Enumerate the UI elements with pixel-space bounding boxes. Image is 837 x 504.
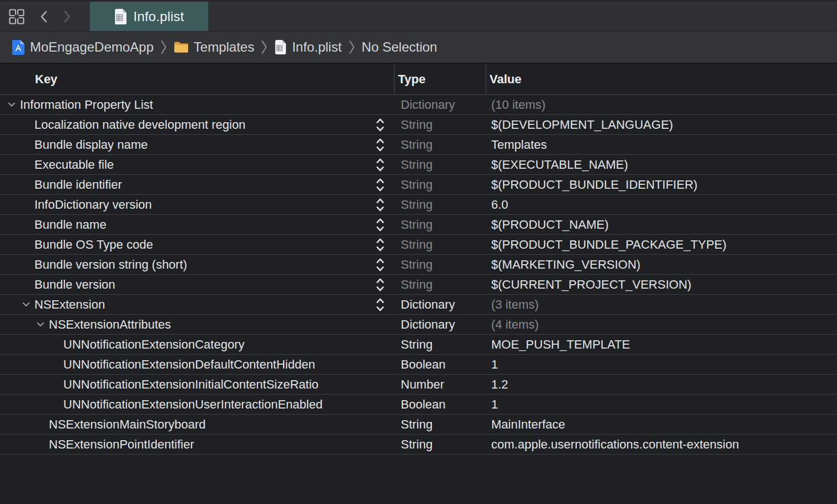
type-cell[interactable]: String [394, 235, 486, 254]
key-cell: InfoDictionary version [0, 195, 394, 214]
type-cell[interactable]: String [394, 155, 486, 174]
value-cell[interactable]: 1.2 [486, 375, 837, 394]
navigation-controls [0, 2, 90, 31]
key-label: InfoDictionary version [34, 198, 152, 212]
plist-row[interactable]: NSExtensionPointIdentifier String com.ap… [0, 435, 837, 455]
value-cell[interactable]: 6.0 [486, 195, 837, 214]
back-icon[interactable] [39, 10, 48, 23]
value-cell[interactable]: $(EXECUTABLE_NAME) [486, 155, 837, 174]
plist-row[interactable]: UNNotificationExtensionDefaultContentHid… [0, 355, 837, 375]
type-cell[interactable]: Boolean [394, 395, 486, 414]
type-cell[interactable]: String [394, 335, 486, 354]
stepper-icon[interactable] [376, 118, 384, 132]
forward-icon[interactable] [63, 10, 72, 23]
stepper-icon[interactable] [376, 258, 384, 271]
disclosure-chevron-icon[interactable] [37, 322, 49, 327]
value-cell[interactable]: MOE_PUSH_TEMPLATE [486, 335, 837, 354]
value-cell[interactable]: $(DEVELOPMENT_LANGUAGE) [486, 115, 837, 134]
value-cell[interactable]: $(PRODUCT_NAME) [486, 215, 837, 234]
value-cell[interactable]: $(CURRENT_PROJECT_VERSION) [486, 275, 837, 294]
key-cell: Executable file [0, 155, 394, 174]
breadcrumb-item[interactable]: No Selection [362, 39, 437, 55]
type-cell[interactable]: Dictionary [394, 315, 486, 334]
type-cell[interactable]: String [394, 275, 486, 294]
stepper-icon[interactable] [376, 138, 384, 152]
value-cell[interactable]: $(PRODUCT_BUNDLE_IDENTIFIER) [486, 175, 837, 194]
breadcrumb-item[interactable]: Info.plist [274, 39, 341, 55]
value-cell[interactable]: (3 items) [486, 295, 837, 314]
plist-row[interactable]: Bundle OS Type code String $(PRODUCT_BUN… [0, 235, 837, 255]
type-cell[interactable]: String [394, 435, 486, 454]
stepper-icon[interactable] [376, 278, 384, 291]
tab-overview-icon[interactable] [8, 8, 25, 25]
type-cell[interactable]: String [394, 195, 486, 214]
value-cell[interactable]: MainInterface [486, 415, 837, 434]
stepper-icon[interactable] [376, 198, 384, 211]
breadcrumb-item[interactable]: MoEngageDemoApp [12, 39, 154, 56]
stepper-icon[interactable] [376, 218, 384, 231]
key-label: Bundle OS Type code [34, 238, 153, 252]
type-cell[interactable]: String [394, 175, 486, 194]
type-cell[interactable]: Boolean [394, 355, 486, 374]
type-cell[interactable]: String [394, 115, 486, 134]
key-label: Information Property List [20, 98, 153, 112]
key-cell: Bundle identifier [0, 175, 394, 194]
value-cell[interactable]: 1 [486, 395, 837, 414]
value-cell[interactable]: 1 [486, 355, 837, 374]
key-cell: UNNotificationExtensionCategory [0, 335, 394, 354]
plist-rows: Information Property List Dictionary (10… [0, 95, 837, 504]
key-cell: Bundle OS Type code [0, 235, 394, 254]
plist-row[interactable]: Bundle version string (short) String $(M… [0, 255, 837, 275]
stepper-icon[interactable] [376, 178, 384, 191]
plist-row[interactable]: UNNotificationExtensionCategory String M… [0, 335, 837, 355]
breadcrumb-item[interactable]: Templates [174, 39, 254, 55]
plist-row[interactable]: Bundle display name String Templates [0, 135, 837, 155]
key-label: Bundle name [34, 218, 107, 232]
type-cell[interactable]: Dictionary [394, 295, 486, 314]
key-label: UNNotificationExtensionInitialContentSiz… [63, 377, 319, 392]
type-cell[interactable]: Number [394, 375, 486, 394]
breadcrumb-label: Templates [194, 39, 254, 55]
disclosure-chevron-icon[interactable] [22, 302, 34, 307]
plist-row[interactable]: Bundle identifier String $(PRODUCT_BUNDL… [0, 175, 837, 195]
key-cell: NSExtension [0, 295, 394, 314]
value-cell[interactable]: $(PRODUCT_BUNDLE_PACKAGE_TYPE) [486, 235, 837, 254]
tab-info-plist[interactable]: Info.plist [90, 2, 208, 31]
type-cell[interactable]: Dictionary [394, 95, 486, 114]
type-cell[interactable]: String [394, 215, 486, 234]
key-cell: Bundle name [0, 215, 394, 234]
plist-row[interactable]: Executable file String $(EXECUTABLE_NAME… [0, 155, 837, 175]
plist-editor: Key Type Value Information Property List… [0, 64, 837, 504]
stepper-icon[interactable] [376, 298, 384, 311]
column-header-type: Type [394, 64, 486, 94]
plist-row[interactable]: Localization native development region S… [0, 115, 837, 135]
value-cell[interactable]: (10 items) [486, 95, 837, 114]
value-cell[interactable]: Templates [486, 135, 837, 154]
column-header-value: Value [486, 64, 837, 94]
stepper-icon[interactable] [376, 158, 384, 172]
table-header: Key Type Value [0, 64, 837, 95]
plist-row[interactable]: Bundle version String $(CURRENT_PROJECT_… [0, 275, 837, 295]
value-cell[interactable]: com.apple.usernotifications.content-exte… [486, 435, 837, 454]
plist-row[interactable]: NSExtension Dictionary (3 items) [0, 295, 837, 315]
plist-row[interactable]: UNNotificationExtensionUserInteractionEn… [0, 395, 837, 415]
disclosure-chevron-icon[interactable] [8, 102, 20, 107]
key-label: NSExtensionMainStoryboard [49, 417, 205, 432]
plist-row[interactable]: InfoDictionary version String 6.0 [0, 195, 837, 215]
stepper-icon[interactable] [376, 238, 384, 251]
key-cell: Bundle version [0, 275, 394, 294]
breadcrumb-label: No Selection [362, 39, 437, 55]
value-cell[interactable]: (4 items) [486, 315, 837, 334]
tab-label: Info.plist [133, 9, 184, 24]
plist-row[interactable]: NSExtensionAttributes Dictionary (4 item… [0, 315, 837, 335]
plist-row[interactable]: Bundle name String $(PRODUCT_NAME) [0, 215, 837, 235]
type-cell[interactable]: String [394, 415, 486, 434]
type-cell[interactable]: String [394, 255, 486, 274]
plist-row[interactable]: UNNotificationExtensionInitialContentSiz… [0, 375, 837, 395]
value-cell[interactable]: $(MARKETING_VERSION) [486, 255, 837, 274]
plist-row[interactable]: NSExtensionMainStoryboard String MainInt… [0, 415, 837, 435]
key-cell: UNNotificationExtensionInitialContentSiz… [0, 375, 394, 394]
plist-row[interactable]: Information Property List Dictionary (10… [0, 95, 837, 115]
type-cell[interactable]: String [394, 135, 486, 154]
app-project-icon [12, 39, 25, 56]
